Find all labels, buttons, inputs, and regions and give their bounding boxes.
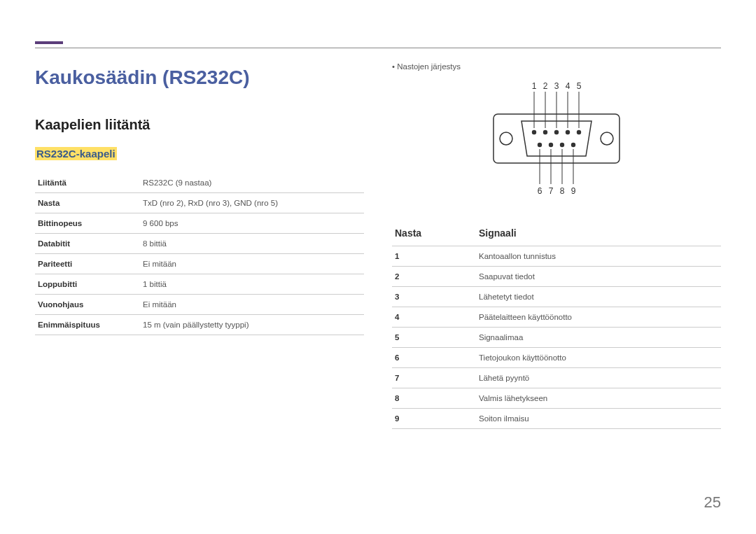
signal-name: Kantoaallon tunnistus [476,246,721,267]
signal-pin: 9 [392,409,476,429]
spec-table: LiitäntäRS232C (9 nastaa)NastaTxD (nro 2… [35,173,364,335]
signal-row: 1Kantoaallon tunnistus [392,246,721,267]
right-column: Nastojen järjestys 1 2 3 4 5 [392,62,721,429]
signal-pin: 6 [392,348,476,368]
header-rule [35,48,721,48]
signal-row: 8Valmis lähetykseen [392,388,721,409]
spec-row: Bittinopeus9 600 bps [35,213,364,234]
svg-point-6 [500,132,512,145]
spec-label: Vuonohjaus [35,295,140,315]
signal-pin: 1 [392,246,476,267]
spec-row: LiitäntäRS232C (9 nastaa) [35,173,364,193]
pin-label-2: 2 [543,81,548,91]
subsection-heading: RS232C-kaapeli [35,147,117,160]
svg-point-15 [560,143,564,147]
pin-order-note: Nastojen järjestys [392,62,721,71]
section-heading: Kaapelien liitäntä [35,117,364,133]
signal-pin: 5 [392,328,476,348]
svg-point-14 [549,143,553,147]
signal-pin: 8 [392,388,476,409]
spec-row: VuonohjausEi mitään [35,295,364,315]
svg-point-11 [566,130,570,134]
signal-row: 2Saapuvat tiedot [392,267,721,287]
spec-value: Ei mitään [140,295,364,315]
spec-value: TxD (nro 2), RxD (nro 3), GND (nro 5) [140,193,364,213]
spec-label: Databitit [35,234,140,254]
signal-table: Nasta Signaali 1Kantoaallon tunnistus2Sa… [392,222,721,429]
signal-pin: 4 [392,307,476,328]
spec-value: 8 bittiä [140,234,364,254]
spec-value: Ei mitään [140,254,364,274]
pin-label-5: 5 [577,81,582,91]
spec-label: Enimmäispituus [35,315,140,335]
spec-label: Nasta [35,193,140,213]
pin-label-1: 1 [532,81,537,91]
signal-header-pin: Nasta [392,222,476,246]
svg-point-16 [571,143,575,147]
spec-row: Enimmäispituus15 m (vain päällystetty ty… [35,315,364,335]
signal-row: 4Päätelaitteen käyttöönotto [392,307,721,328]
signal-pin: 2 [392,267,476,287]
spec-row: Databitit8 bittiä [35,234,364,254]
signal-name: Valmis lähetykseen [476,388,721,409]
left-column: Kaukosäädin (RS232C) Kaapelien liitäntä … [35,62,364,429]
svg-point-8 [532,130,536,134]
svg-point-9 [543,130,547,134]
spec-value: 9 600 bps [140,213,364,234]
spec-value: 15 m (vain päällystetty tyyppi) [140,315,364,335]
spec-value: 1 bittiä [140,274,364,295]
svg-point-7 [601,132,613,145]
spec-row: PariteettiEi mitään [35,254,364,274]
signal-row: 5Signaalimaa [392,328,721,348]
signal-name: Päätelaitteen käyttöönotto [476,307,721,328]
signal-row: 9Soiton ilmaisu [392,409,721,429]
pin-label-3: 3 [554,81,559,91]
signal-row: 7Lähetä pyyntö [392,368,721,388]
spec-row: NastaTxD (nro 2), RxD (nro 3), GND (nro … [35,193,364,213]
pin-label-6: 6 [538,186,542,196]
signal-name: Lähetetyt tiedot [476,287,721,307]
svg-point-10 [554,130,559,134]
page-number: 25 [704,493,721,512]
signal-row: 3Lähetetyt tiedot [392,287,721,307]
svg-point-13 [538,143,542,147]
db9-connector-icon: 1 2 3 4 5 [479,79,634,205]
signal-name: Lähetä pyyntö [476,368,721,388]
spec-label: Bittinopeus [35,213,140,234]
pin-label-7: 7 [549,186,554,196]
spec-value: RS232C (9 nastaa) [140,173,364,193]
signal-pin: 7 [392,368,476,388]
signal-pin: 3 [392,287,476,307]
signal-name: Saapuvat tiedot [476,267,721,287]
spec-label: Pariteetti [35,254,140,274]
spec-label: Loppubitti [35,274,140,295]
pin-label-4: 4 [566,81,570,91]
pin-label-9: 9 [571,186,576,196]
svg-point-12 [577,130,581,134]
signal-header-signal: Signaali [476,222,721,246]
spec-row: Loppubitti1 bittiä [35,274,364,295]
signal-name: Tietojoukon käyttöönotto [476,348,721,368]
signal-name: Signaalimaa [476,328,721,348]
page-title: Kaukosäädin (RS232C) [35,66,364,89]
connector-diagram: 1 2 3 4 5 [392,79,721,208]
pin-label-8: 8 [560,186,565,196]
spec-label: Liitäntä [35,173,140,193]
signal-name: Soiton ilmaisu [476,409,721,429]
signal-row: 6Tietojoukon käyttöönotto [392,348,721,368]
